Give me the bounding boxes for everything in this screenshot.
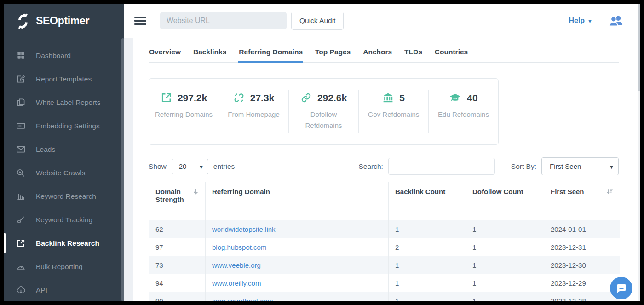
envelope-icon bbox=[16, 144, 26, 155]
first-seen-cell: 2023-12-31 bbox=[544, 238, 620, 256]
sidebar-item-leads[interactable]: Leads bbox=[4, 138, 124, 161]
sidebar-item-keyword-tracking[interactable]: Keyword Tracking bbox=[4, 208, 124, 231]
sidebar-item-api[interactable]: API bbox=[4, 278, 124, 301]
report-templates-icon bbox=[16, 74, 26, 84]
dofollow-count-cell: 1 bbox=[466, 238, 544, 256]
first-seen-cell: 2023-12-30 bbox=[544, 256, 620, 274]
sidebar-item-bulk-reporting[interactable]: Bulk Reporting bbox=[4, 255, 124, 278]
sidebar: SEOptimer Dashboard Report Templates bbox=[4, 4, 124, 301]
backlink-count-cell: 2 bbox=[389, 238, 466, 256]
external-link-icon bbox=[16, 238, 26, 248]
first-seen-cell: 2024-01-01 bbox=[544, 220, 620, 238]
sidebar-item-label: Leads bbox=[36, 145, 55, 154]
table-controls: Show 20 ▼ entries Search: Sort By: bbox=[149, 157, 619, 175]
sidebar-item-white-label-reports[interactable]: White Label Reports bbox=[4, 91, 124, 114]
domain-strength-cell: 97 bbox=[149, 238, 206, 256]
content-panel: Overview Backlinks Referring Domains Top… bbox=[133, 38, 640, 301]
tab-overview[interactable]: Overview bbox=[149, 45, 181, 63]
stat-value: 27.3k bbox=[250, 92, 275, 104]
graduation-cap-icon bbox=[449, 92, 461, 104]
external-link-icon bbox=[161, 92, 172, 104]
table-row: 97 blog.hubspot.com 2 1 2023-12-31 bbox=[149, 238, 620, 256]
sidebar-item-label: Keyword Tracking bbox=[36, 216, 92, 224]
tab-backlinks[interactable]: Backlinks bbox=[193, 45, 227, 63]
stat-value: 297.2k bbox=[178, 92, 207, 104]
referring-domain-link[interactable]: blog.hubspot.com bbox=[206, 238, 389, 256]
domain-strength-cell: 90 bbox=[149, 292, 206, 302]
chain-link-icon bbox=[300, 92, 312, 104]
page-scrollbar[interactable] bbox=[638, 4, 640, 301]
account-users-icon[interactable] bbox=[608, 14, 624, 27]
sidebar-item-dashboard[interactable]: Dashboard bbox=[4, 44, 124, 67]
sidebar-item-backlink-research[interactable]: Backlink Research bbox=[4, 231, 124, 255]
referring-domain-link[interactable]: worldwidetopsite.link bbox=[206, 220, 389, 238]
white-label-reports-icon bbox=[16, 98, 26, 108]
sidebar-item-keyword-research[interactable]: Keyword Research bbox=[4, 184, 124, 208]
tab-referring-domains[interactable]: Referring Domains bbox=[238, 45, 303, 63]
bank-icon bbox=[382, 92, 394, 104]
column-header-dofollow-count[interactable]: Dofollow Count bbox=[466, 182, 544, 220]
page-size-select[interactable]: 20 bbox=[172, 159, 208, 174]
chat-messenger-button[interactable] bbox=[610, 277, 632, 299]
table-row: 94 www.oreilly.com 1 1 2023-12-29 bbox=[149, 274, 620, 292]
cloud-download-icon bbox=[16, 285, 26, 295]
stat-label: Referring Domains bbox=[153, 109, 215, 120]
table-row: 73 www.veeble.org 1 1 2023-12-30 bbox=[149, 256, 620, 274]
backlink-count-cell: 1 bbox=[389, 274, 466, 292]
sidebar-item-label: Website Crawls bbox=[36, 169, 85, 177]
referring-domain-link[interactable]: corp.smartbrief.com bbox=[206, 292, 389, 302]
help-dropdown[interactable]: Help ▼ bbox=[569, 17, 592, 25]
search-plus-icon bbox=[16, 168, 26, 178]
sidebar-item-label: Report Templates bbox=[36, 75, 92, 83]
dofollow-count-cell: 1 bbox=[466, 256, 544, 274]
search-input[interactable] bbox=[388, 158, 495, 175]
stat-label: Gov Refdomains bbox=[362, 109, 425, 120]
stat-label: Dofollow Refdomains bbox=[293, 109, 355, 131]
tab-anchors[interactable]: Anchors bbox=[362, 45, 392, 63]
stat-dofollow-refdomains: 292.6k Dofollow Refdomains bbox=[289, 90, 359, 133]
column-header-domain-strength[interactable]: Domain Strength bbox=[149, 182, 206, 220]
quick-audit-button[interactable]: Quick Audit bbox=[291, 12, 344, 30]
referring-domain-link[interactable]: www.oreilly.com bbox=[206, 274, 389, 292]
first-seen-cell: 2023-12-29 bbox=[544, 274, 620, 292]
show-label: Show bbox=[149, 162, 167, 171]
sort-by-label: Sort By: bbox=[511, 162, 536, 171]
sidebar-item-label: Bulk Reporting bbox=[36, 263, 83, 271]
table-header-row: Domain Strength Referring Domain Backlin… bbox=[149, 182, 620, 220]
tab-countries[interactable]: Countries bbox=[434, 45, 468, 63]
key-icon bbox=[16, 215, 26, 225]
column-header-first-seen[interactable]: First Seen bbox=[544, 182, 620, 220]
table-row: 62 worldwidetopsite.link 1 1 2024-01-01 bbox=[149, 220, 620, 238]
stat-value: 5 bbox=[399, 92, 405, 104]
column-header-backlink-count[interactable]: Backlink Count bbox=[389, 182, 466, 220]
stat-label: Edu Refdomains bbox=[432, 109, 494, 120]
website-url-input[interactable] bbox=[160, 12, 287, 29]
sidebar-item-embedding-settings[interactable]: Embedding Settings bbox=[4, 114, 124, 138]
sidebar-item-label: Keyword Research bbox=[36, 192, 96, 201]
sort-by-select[interactable]: First Seen bbox=[541, 157, 619, 175]
sidebar-nav: Dashboard Report Templates White Label R… bbox=[4, 38, 124, 301]
brand-logo[interactable]: SEOptimer bbox=[4, 4, 124, 38]
broken-link-icon bbox=[233, 92, 245, 104]
bar-chart-icon bbox=[16, 191, 26, 201]
column-header-referring-domain[interactable]: Referring Domain bbox=[206, 182, 389, 220]
brand-name: SEOptimer bbox=[36, 15, 89, 27]
domain-strength-cell: 73 bbox=[149, 256, 206, 274]
tab-tlds[interactable]: TLDs bbox=[404, 45, 423, 63]
backlink-count-cell: 1 bbox=[389, 256, 466, 274]
sidebar-item-label: White Label Reports bbox=[36, 98, 100, 107]
hamburger-menu-icon[interactable] bbox=[134, 17, 146, 25]
stat-value: 40 bbox=[467, 92, 477, 104]
help-label: Help bbox=[569, 17, 585, 25]
sidebar-item-report-templates[interactable]: Report Templates bbox=[4, 67, 124, 91]
dofollow-count-cell: 1 bbox=[466, 274, 544, 292]
referring-domain-link[interactable]: www.veeble.org bbox=[206, 256, 389, 274]
app-window: SEOptimer Dashboard Report Templates bbox=[4, 4, 640, 301]
tab-top-pages[interactable]: Top Pages bbox=[315, 45, 351, 63]
embedding-settings-icon bbox=[16, 121, 26, 131]
main-area: Quick Audit Help ▼ bbox=[124, 4, 640, 301]
gauge-icon bbox=[16, 262, 26, 272]
stat-referring-domains: 297.2k Referring Domains bbox=[149, 90, 219, 133]
sidebar-item-website-crawls[interactable]: Website Crawls bbox=[4, 161, 124, 184]
entries-label: entries bbox=[213, 162, 235, 171]
